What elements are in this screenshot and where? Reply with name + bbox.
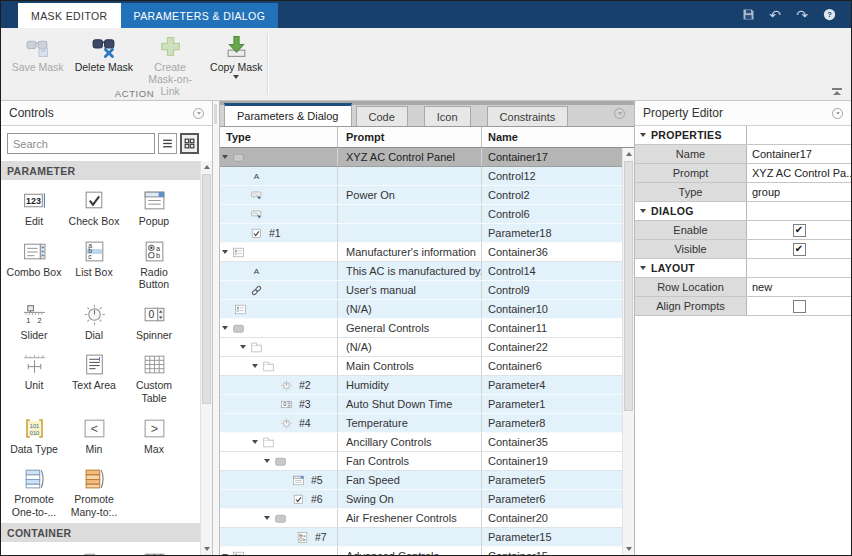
control-item-promote-many-to-[interactable]: Promote Many-to:.. — [64, 458, 124, 521]
tree-row-container22[interactable]: (N/A)Container22 — [220, 338, 623, 357]
control-item-radio-button[interactable]: abRadio Button — [124, 231, 184, 294]
tree-row-container17[interactable]: XYZ AC Control PanelContainer17 — [220, 148, 623, 167]
search-input[interactable] — [7, 133, 155, 154]
control-item-label: List Box — [75, 266, 112, 279]
scroll-down-icon[interactable] — [201, 543, 212, 555]
tree-row-parameter6[interactable]: #6Swing OnParameter6 — [220, 490, 623, 509]
tree-row-container35[interactable]: Ancillary ControlsContainer35 — [220, 433, 623, 452]
align-prompts-checkbox[interactable] — [793, 300, 806, 313]
section-header-container: CONTAINER — [1, 523, 200, 542]
tab-constraints[interactable]: Constraints — [487, 106, 569, 126]
redo-icon[interactable]: ↷ — [794, 7, 810, 23]
tree-row-control2[interactable]: Power OnControl2 — [220, 186, 623, 205]
table-scrollbar[interactable] — [622, 148, 634, 555]
property-value[interactable]: XYZ AC Control Pa... — [747, 164, 851, 182]
column-header-name[interactable]: Name — [482, 127, 623, 147]
collapse-panel-icon[interactable] — [193, 108, 204, 119]
enable-checkbox[interactable]: ✔ — [793, 224, 806, 237]
tree-row-container36[interactable]: Manufacturer's informationContainer36 — [220, 243, 623, 262]
control-item-edit[interactable]: 123Edit — [4, 180, 64, 231]
tree-row-control12[interactable]: AControl12 — [220, 167, 623, 186]
column-header-prompt[interactable]: Prompt — [338, 127, 482, 147]
tab-icon[interactable]: Icon — [424, 106, 471, 126]
list-view-button[interactable] — [158, 133, 177, 154]
control-item-table-123[interactable]: 123 — [124, 542, 184, 555]
undo-icon[interactable]: ↶ — [767, 7, 783, 23]
collapse-panel-icon[interactable] — [832, 108, 843, 119]
type-cell — [220, 148, 338, 166]
tree-row-container20[interactable]: Air Freshener ControlsContainer20 — [220, 509, 623, 528]
tab-code[interactable]: Code — [356, 106, 408, 126]
tree-row-container6[interactable]: Main ControlsContainer6 — [220, 357, 623, 376]
tree-row-container11[interactable]: General ControlsContainer11 — [220, 319, 623, 338]
tree-row-container19[interactable]: Fan ControlsContainer19 — [220, 452, 623, 471]
collapse-arrow-icon[interactable] — [640, 133, 646, 137]
tree-row-control14[interactable]: AThis AC is manufactured by...Control14 — [220, 262, 623, 281]
tree-row-container15[interactable]: Advanced ControlsContainer15 — [220, 547, 623, 555]
scroll-up-icon[interactable] — [201, 161, 212, 173]
control-item-max[interactable]: >Max — [124, 408, 184, 459]
tab-parameters-dialog[interactable]: Parameters & Dialog — [224, 103, 352, 126]
tree-row-container10[interactable]: (N/A)Container10 — [220, 300, 623, 319]
control-item-tab[interactable] — [64, 542, 124, 555]
tab-parameters-dialog[interactable]: PARAMETERS & DIALOG — [121, 3, 279, 28]
dial-icon — [280, 417, 293, 430]
name-cell: Container15 — [482, 547, 623, 555]
help-icon[interactable]: ? — [821, 7, 837, 23]
visible-checkbox[interactable]: ✔ — [793, 243, 806, 256]
scroll-up-icon[interactable] — [623, 148, 634, 160]
property-section-dialog[interactable]: DIALOG — [635, 202, 851, 221]
expand-arrow-icon[interactable] — [222, 326, 228, 330]
expand-arrow-icon[interactable] — [252, 440, 258, 444]
collapse-panel-icon[interactable] — [614, 108, 625, 119]
control-item-custom-table[interactable]: Custom Table — [124, 344, 184, 407]
tree-row-parameter15[interactable]: ab#7Parameter15 — [220, 528, 623, 547]
dropdown-caret-icon[interactable] — [233, 75, 239, 79]
property-value[interactable]: new — [747, 278, 851, 296]
expand-arrow-icon[interactable] — [264, 516, 270, 520]
property-section-properties[interactable]: PROPERTIES — [635, 126, 851, 145]
property-editor-panel: Property Editor PROPERTIESNameContainer1… — [634, 101, 851, 555]
expand-arrow-icon[interactable] — [252, 364, 258, 368]
collapse-arrow-icon[interactable] — [640, 209, 646, 213]
controls-scrollbar[interactable] — [200, 161, 212, 555]
tree-row-control6[interactable]: Control6 — [220, 205, 623, 224]
control-item-min[interactable]: <Min — [64, 408, 124, 459]
control-item-list-box[interactable]: abcList Box — [64, 231, 124, 294]
control-item-slider[interactable]: 12Slider — [4, 294, 64, 345]
control-item-check-box[interactable]: Check Box — [64, 180, 124, 231]
property-section-layout[interactable]: LAYOUT — [635, 259, 851, 278]
expand-arrow-icon[interactable] — [222, 155, 228, 159]
expand-arrow-icon[interactable] — [222, 250, 228, 254]
tree-row-parameter8[interactable]: #4TemperatureParameter8 — [220, 414, 623, 433]
scroll-down-icon[interactable] — [623, 543, 634, 555]
tab-mask-editor[interactable]: MASK EDITOR — [18, 3, 121, 28]
save-icon[interactable] — [740, 7, 756, 23]
control-item-group[interactable] — [4, 542, 64, 555]
expand-arrow-icon[interactable] — [264, 459, 270, 463]
control-item-dial[interactable]: Dial — [64, 294, 124, 345]
tree-row-parameter18[interactable]: #1Parameter18 — [220, 224, 623, 243]
tree-row-control9[interactable]: User's manualControl9 — [220, 281, 623, 300]
property-value[interactable]: Container17 — [747, 145, 851, 163]
tree-row-parameter5[interactable]: #5Fan SpeedParameter5 — [220, 471, 623, 490]
collapse-ribbon-icon[interactable] — [832, 88, 842, 95]
control-item-spinner[interactable]: 0Spinner — [124, 294, 184, 345]
grid-view-button[interactable] — [180, 133, 199, 154]
tree-row-parameter4[interactable]: #2HumidityParameter4 — [220, 376, 623, 395]
column-header-type[interactable]: Type — [220, 127, 338, 147]
control-item-combo-box[interactable]: Combo Box — [4, 231, 64, 294]
control-item-unit[interactable]: Unit — [4, 344, 64, 407]
control-item-data-type[interactable]: 101010Data Type — [4, 408, 64, 459]
property-value[interactable]: group — [747, 183, 851, 201]
control-item-promote-one-to-[interactable]: Promote One-to-... — [4, 458, 64, 521]
scrollbar-thumb[interactable] — [624, 161, 633, 411]
expand-arrow-icon[interactable] — [222, 554, 228, 555]
collapse-arrow-icon[interactable] — [640, 266, 646, 270]
tree-row-parameter1[interactable]: 0#3Auto Shut Down TimeParameter1 — [220, 395, 623, 414]
control-item-popup[interactable]: Popup — [124, 180, 184, 231]
svg-text:3: 3 — [159, 554, 162, 555]
scrollbar-thumb[interactable] — [202, 174, 211, 404]
expand-arrow-icon[interactable] — [240, 345, 246, 349]
control-item-text-area[interactable]: Text Area — [64, 344, 124, 407]
